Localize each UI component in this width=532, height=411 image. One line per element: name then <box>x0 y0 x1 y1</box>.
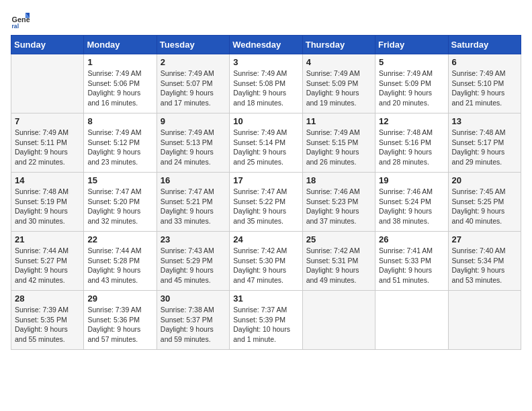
day-cell <box>302 291 375 350</box>
day-number: 9 <box>161 116 226 126</box>
day-cell: 18Sunrise: 7:46 AMSunset: 5:23 PMDayligh… <box>302 173 375 232</box>
day-number: 1 <box>87 57 152 67</box>
day-number: 20 <box>452 175 517 185</box>
day-cell: 26Sunrise: 7:41 AMSunset: 5:33 PMDayligh… <box>375 232 448 291</box>
day-cell: 19Sunrise: 7:46 AMSunset: 5:24 PMDayligh… <box>375 173 448 232</box>
day-cell: 7Sunrise: 7:49 AMSunset: 5:11 PMDaylight… <box>11 113 84 173</box>
day-cell: 29Sunrise: 7:39 AMSunset: 5:36 PMDayligh… <box>84 291 157 350</box>
day-info: Sunrise: 7:39 AMSunset: 5:36 PMDaylight:… <box>87 305 152 345</box>
day-number: 22 <box>87 234 152 244</box>
day-info: Sunrise: 7:45 AMSunset: 5:25 PMDaylight:… <box>452 187 517 226</box>
day-number: 12 <box>379 116 444 126</box>
header-cell-saturday: Saturday <box>448 36 521 54</box>
day-number: 24 <box>233 234 298 244</box>
day-info: Sunrise: 7:49 AMSunset: 5:09 PMDaylight:… <box>379 68 444 108</box>
day-info: Sunrise: 7:42 AMSunset: 5:31 PMDaylight:… <box>306 246 371 285</box>
day-number: 15 <box>87 175 152 185</box>
day-number: 2 <box>161 57 226 67</box>
header-cell-monday: Monday <box>84 36 157 54</box>
day-info: Sunrise: 7:47 AMSunset: 5:20 PMDaylight:… <box>87 187 152 226</box>
day-info: Sunrise: 7:38 AMSunset: 5:37 PMDaylight:… <box>161 305 226 345</box>
day-cell: 15Sunrise: 7:47 AMSunset: 5:20 PMDayligh… <box>84 173 157 232</box>
day-info: Sunrise: 7:48 AMSunset: 5:19 PMDaylight:… <box>15 187 80 226</box>
week-row-2: 7Sunrise: 7:49 AMSunset: 5:11 PMDaylight… <box>11 113 521 173</box>
day-cell <box>11 54 84 113</box>
header-cell-thursday: Thursday <box>302 36 375 54</box>
day-cell: 12Sunrise: 7:48 AMSunset: 5:16 PMDayligh… <box>375 113 448 173</box>
day-info: Sunrise: 7:49 AMSunset: 5:10 PMDaylight:… <box>452 68 517 108</box>
day-info: Sunrise: 7:49 AMSunset: 5:14 PMDaylight:… <box>233 128 298 167</box>
day-number: 16 <box>161 175 226 185</box>
day-cell: 1Sunrise: 7:49 AMSunset: 5:06 PMDaylight… <box>84 54 157 113</box>
day-info: Sunrise: 7:49 AMSunset: 5:09 PMDaylight:… <box>306 68 371 108</box>
day-info: Sunrise: 7:49 AMSunset: 5:15 PMDaylight:… <box>306 128 371 167</box>
day-info: Sunrise: 7:41 AMSunset: 5:33 PMDaylight:… <box>379 246 444 285</box>
day-info: Sunrise: 7:49 AMSunset: 5:08 PMDaylight:… <box>233 68 298 108</box>
day-number: 6 <box>452 57 517 67</box>
day-cell: 4Sunrise: 7:49 AMSunset: 5:09 PMDaylight… <box>302 54 375 113</box>
day-info: Sunrise: 7:40 AMSunset: 5:34 PMDaylight:… <box>452 246 517 285</box>
day-cell <box>375 291 448 350</box>
day-cell: 20Sunrise: 7:45 AMSunset: 5:25 PMDayligh… <box>448 173 521 232</box>
svg-text:ral: ral <box>12 23 19 30</box>
day-number: 17 <box>233 175 298 185</box>
day-number: 4 <box>306 57 371 67</box>
day-cell: 6Sunrise: 7:49 AMSunset: 5:10 PMDaylight… <box>448 54 521 113</box>
day-info: Sunrise: 7:47 AMSunset: 5:22 PMDaylight:… <box>233 187 298 226</box>
day-info: Sunrise: 7:49 AMSunset: 5:06 PMDaylight:… <box>87 68 152 108</box>
day-cell: 5Sunrise: 7:49 AMSunset: 5:09 PMDaylight… <box>375 54 448 113</box>
day-number: 5 <box>379 57 444 67</box>
week-row-3: 14Sunrise: 7:48 AMSunset: 5:19 PMDayligh… <box>11 173 521 232</box>
day-cell: 27Sunrise: 7:40 AMSunset: 5:34 PMDayligh… <box>448 232 521 291</box>
day-info: Sunrise: 7:37 AMSunset: 5:39 PMDaylight:… <box>233 305 298 345</box>
day-cell: 30Sunrise: 7:38 AMSunset: 5:37 PMDayligh… <box>157 291 229 350</box>
day-cell: 24Sunrise: 7:42 AMSunset: 5:30 PMDayligh… <box>230 232 302 291</box>
day-number: 30 <box>161 293 226 304</box>
day-info: Sunrise: 7:43 AMSunset: 5:29 PMDaylight:… <box>161 246 226 285</box>
day-info: Sunrise: 7:46 AMSunset: 5:24 PMDaylight:… <box>379 187 444 226</box>
day-number: 10 <box>233 116 298 126</box>
day-cell: 21Sunrise: 7:44 AMSunset: 5:27 PMDayligh… <box>11 232 84 291</box>
day-cell: 17Sunrise: 7:47 AMSunset: 5:22 PMDayligh… <box>230 173 302 232</box>
day-info: Sunrise: 7:48 AMSunset: 5:17 PMDaylight:… <box>452 128 517 167</box>
day-info: Sunrise: 7:44 AMSunset: 5:28 PMDaylight:… <box>87 246 152 285</box>
day-number: 28 <box>15 293 80 304</box>
day-number: 3 <box>233 57 298 67</box>
day-cell: 10Sunrise: 7:49 AMSunset: 5:14 PMDayligh… <box>230 113 302 173</box>
day-number: 8 <box>87 116 152 126</box>
calendar-header: SundayMondayTuesdayWednesdayThursdayFrid… <box>11 36 521 54</box>
day-number: 11 <box>306 116 371 126</box>
day-number: 19 <box>379 175 444 185</box>
day-number: 14 <box>15 175 80 185</box>
day-cell: 3Sunrise: 7:49 AMSunset: 5:08 PMDaylight… <box>230 54 302 113</box>
header-cell-sunday: Sunday <box>11 36 84 54</box>
day-cell: 2Sunrise: 7:49 AMSunset: 5:07 PMDaylight… <box>157 54 229 113</box>
day-cell: 23Sunrise: 7:43 AMSunset: 5:29 PMDayligh… <box>157 232 229 291</box>
header-row: SundayMondayTuesdayWednesdayThursdayFrid… <box>11 36 521 54</box>
day-cell: 25Sunrise: 7:42 AMSunset: 5:31 PMDayligh… <box>302 232 375 291</box>
week-row-4: 21Sunrise: 7:44 AMSunset: 5:27 PMDayligh… <box>11 232 521 291</box>
day-cell: 9Sunrise: 7:49 AMSunset: 5:13 PMDaylight… <box>157 113 229 173</box>
day-number: 26 <box>379 234 444 244</box>
day-cell: 11Sunrise: 7:49 AMSunset: 5:15 PMDayligh… <box>302 113 375 173</box>
week-row-5: 28Sunrise: 7:39 AMSunset: 5:35 PMDayligh… <box>11 291 521 350</box>
logo: Gene ral <box>11 11 32 30</box>
day-info: Sunrise: 7:44 AMSunset: 5:27 PMDaylight:… <box>15 246 80 285</box>
day-info: Sunrise: 7:49 AMSunset: 5:07 PMDaylight:… <box>161 68 226 108</box>
day-number: 13 <box>452 116 517 126</box>
day-number: 18 <box>306 175 371 185</box>
day-cell: 28Sunrise: 7:39 AMSunset: 5:35 PMDayligh… <box>11 291 84 350</box>
day-info: Sunrise: 7:49 AMSunset: 5:12 PMDaylight:… <box>87 128 152 167</box>
day-info: Sunrise: 7:39 AMSunset: 5:35 PMDaylight:… <box>15 305 80 345</box>
day-cell <box>448 291 521 350</box>
day-cell: 14Sunrise: 7:48 AMSunset: 5:19 PMDayligh… <box>11 173 84 232</box>
logo-icon: Gene ral <box>11 11 30 30</box>
header-cell-friday: Friday <box>375 36 448 54</box>
header-cell-wednesday: Wednesday <box>230 36 302 54</box>
week-row-1: 1Sunrise: 7:49 AMSunset: 5:06 PMDaylight… <box>11 54 521 113</box>
day-info: Sunrise: 7:46 AMSunset: 5:23 PMDaylight:… <box>306 187 371 226</box>
calendar-body: 1Sunrise: 7:49 AMSunset: 5:06 PMDaylight… <box>11 54 521 350</box>
day-cell: 16Sunrise: 7:47 AMSunset: 5:21 PMDayligh… <box>157 173 229 232</box>
day-cell: 31Sunrise: 7:37 AMSunset: 5:39 PMDayligh… <box>230 291 302 350</box>
header-cell-tuesday: Tuesday <box>157 36 229 54</box>
